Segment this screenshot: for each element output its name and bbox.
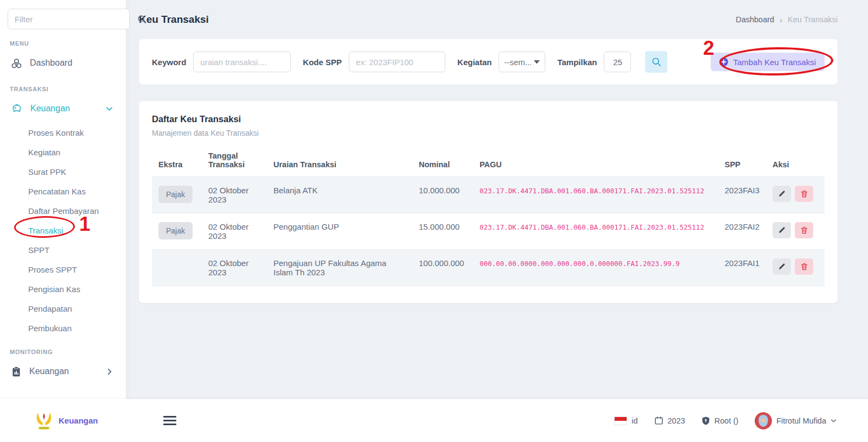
keyword-label: Keyword bbox=[152, 58, 186, 67]
brand-label: Keuangan bbox=[59, 416, 98, 425]
unsika-logo: UNSIKA bbox=[34, 410, 54, 432]
breadcrumb-dashboard[interactable]: Dashboard bbox=[736, 15, 774, 24]
piggy-bank-icon bbox=[11, 103, 23, 114]
sidebar-item-pembukuan[interactable]: Pembukuan bbox=[28, 318, 118, 338]
column-header-aksi: Aksi bbox=[766, 146, 825, 177]
trash-icon bbox=[801, 226, 808, 234]
svg-text:UNSIKA: UNSIKA bbox=[40, 427, 49, 430]
cell-nominal: 15.000.000 bbox=[412, 213, 473, 250]
section-label-menu: MENU bbox=[10, 40, 118, 47]
sidebar-item-label: Keuangan bbox=[29, 367, 69, 376]
search-icon bbox=[652, 57, 661, 67]
sidebar-item-proses-sppt[interactable]: Proses SPPT bbox=[28, 260, 118, 279]
sidebar-item-pencatatan-kas[interactable]: Pencatatan Kas bbox=[28, 181, 118, 201]
kegiatan-label: Kegiatan bbox=[457, 58, 492, 67]
card-title: Daftar Keu Transaksi bbox=[152, 114, 825, 124]
modules-icon bbox=[11, 58, 22, 69]
sidebar-item-monitoring-keuangan[interactable]: Keuangan bbox=[8, 359, 118, 383]
sidebar-item-label: Keuangan bbox=[30, 104, 70, 113]
calendar-icon bbox=[654, 416, 663, 425]
column-header-ekstra: Ekstra bbox=[152, 146, 202, 177]
sidebar-item-pengisian-kas[interactable]: Pengisian Kas bbox=[28, 279, 118, 299]
transactions-table: Ekstra Tanggal Transaksi Uraian Transaks… bbox=[152, 146, 825, 286]
shield-icon bbox=[701, 416, 710, 426]
breadcrumb-current: Keu Transaksi bbox=[788, 15, 838, 24]
chevron-down-icon bbox=[831, 418, 837, 424]
cell-pagu: 000.00.00.0000.000.000.000.0.000000.FAI.… bbox=[480, 260, 680, 268]
cell-tanggal: 02 Oktober 2023 bbox=[202, 213, 267, 250]
avatar bbox=[755, 412, 772, 430]
breadcrumb-separator-icon: › bbox=[780, 15, 782, 24]
filter-input[interactable] bbox=[8, 9, 130, 29]
ekstra-badge: Pajak bbox=[158, 186, 193, 203]
year-label: 2023 bbox=[668, 416, 685, 425]
edit-button[interactable] bbox=[773, 186, 791, 202]
sidebar-item-sppt[interactable]: SPPT bbox=[28, 240, 118, 260]
kegiatan-select-value: --sem... bbox=[504, 58, 532, 67]
search-icon[interactable] bbox=[137, 15, 146, 24]
sidebar-item-kegiatan[interactable]: Kegiatan bbox=[28, 142, 118, 162]
keuangan-submenu: Proses Kontrak Kegiatan Surat PPK Pencat… bbox=[8, 121, 118, 338]
delete-button[interactable] bbox=[795, 186, 813, 202]
chevron-right-icon bbox=[106, 368, 113, 375]
breadcrumb: Dashboard › Keu Transaksi bbox=[736, 15, 838, 24]
sidebar-item-pendapatan[interactable]: Pendapatan bbox=[28, 299, 118, 318]
sidebar-item-proses-kontrak[interactable]: Proses Kontrak bbox=[28, 123, 118, 142]
app-brand[interactable]: UNSIKA Keuangan bbox=[34, 410, 98, 432]
pencil-icon bbox=[778, 263, 786, 270]
search-button[interactable] bbox=[645, 51, 667, 73]
trash-icon bbox=[801, 263, 808, 270]
sidebar-item-surat-ppk[interactable]: Surat PPK bbox=[28, 162, 118, 181]
cell-tanggal: 02 Oktober 2023 bbox=[202, 177, 267, 213]
card-subtitle: Manajemen data Keu Transaksi bbox=[152, 129, 825, 137]
sidebar-item-transaksi[interactable]: Transaksi bbox=[28, 220, 118, 240]
add-keu-transaksi-button[interactable]: Tambah Keu Transaksi bbox=[711, 53, 825, 71]
cell-spp: 2023FAI3 bbox=[718, 177, 766, 213]
cell-uraian: Belanja ATK bbox=[267, 177, 412, 213]
cell-pagu: 023.17.DK.4471.DBA.001.060.BA.000171.FAI… bbox=[480, 223, 704, 231]
menu-toggle-button[interactable] bbox=[163, 416, 176, 425]
delete-button[interactable] bbox=[795, 258, 813, 275]
chevron-down-icon bbox=[106, 105, 113, 112]
tampilkan-input[interactable] bbox=[604, 52, 631, 72]
delete-button[interactable] bbox=[795, 222, 813, 238]
sidebar-item-dashboard[interactable]: Dashboard bbox=[8, 51, 118, 75]
transactions-card: Daftar Keu Transaksi Manajemen data Keu … bbox=[139, 101, 838, 303]
keyword-input[interactable] bbox=[193, 52, 291, 72]
column-header-pagu: PAGU bbox=[473, 146, 718, 177]
section-label-transaksi: TRANSAKSI bbox=[10, 86, 118, 92]
cell-uraian: Penggantian GUP bbox=[267, 213, 412, 250]
add-button-label: Tambah Keu Transaksi bbox=[733, 58, 816, 67]
year-selector[interactable]: 2023 bbox=[654, 416, 685, 425]
pencil-icon bbox=[778, 226, 786, 234]
main-content: Keu Transaksi Dashboard › Keu Transaksi … bbox=[126, 0, 868, 399]
user-menu[interactable]: Fitrotul Mufida bbox=[755, 412, 837, 430]
page-title: Keu Transaksi bbox=[139, 14, 209, 26]
bottom-navbar: UNSIKA Keuangan id 2023 Root () bbox=[0, 399, 868, 442]
ekstra-badge: Pajak bbox=[158, 222, 193, 239]
column-header-spp: SPP bbox=[718, 146, 766, 177]
sidebar-item-keuangan[interactable]: Keuangan bbox=[8, 97, 118, 121]
sidebar-item-label: Dashboard bbox=[30, 58, 72, 68]
language-switcher[interactable]: id bbox=[614, 416, 637, 425]
role-indicator[interactable]: Root () bbox=[701, 416, 738, 426]
cell-nominal: 100.000.000 bbox=[412, 250, 473, 286]
cell-spp: 2023FAI2 bbox=[718, 213, 766, 250]
kegiatan-select[interactable]: --sem... bbox=[499, 52, 545, 72]
trash-icon bbox=[801, 190, 808, 198]
edit-button[interactable] bbox=[773, 222, 791, 238]
column-header-nominal: Nominal bbox=[412, 146, 473, 177]
caret-down-icon bbox=[534, 60, 540, 64]
table-row: Pajak 02 Oktober 2023 Penggantian GUP 15… bbox=[152, 213, 825, 250]
filter-toolbar: Keyword Kode SPP Kegiatan --sem... Tampi… bbox=[139, 39, 838, 85]
sidebar-item-daftar-pembayaran[interactable]: Daftar Pembayaran bbox=[28, 201, 118, 220]
role-label: Root () bbox=[714, 416, 738, 425]
cell-uraian: Pengajuan UP Fakultas Agama Islam Th 202… bbox=[267, 250, 412, 286]
column-header-tanggal: Tanggal Transaksi bbox=[202, 146, 267, 177]
table-row: 02 Oktober 2023 Pengajuan UP Fakultas Ag… bbox=[152, 250, 825, 286]
edit-button[interactable] bbox=[773, 258, 791, 275]
column-header-uraian: Uraian Transaksi bbox=[267, 146, 412, 177]
cell-tanggal: 02 Oktober 2023 bbox=[202, 250, 267, 286]
kode-spp-input[interactable] bbox=[349, 52, 445, 72]
user-name: Fitrotul Mufida bbox=[776, 416, 826, 425]
